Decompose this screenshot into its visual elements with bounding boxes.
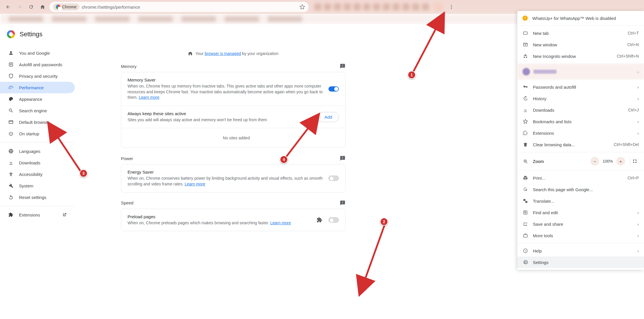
chevron-right-icon: ›	[637, 248, 639, 253]
zoom-in-button[interactable]: +	[616, 157, 625, 166]
chevron-right-icon: ›	[637, 222, 639, 227]
sidebar-item-on-startup[interactable]: On startup	[0, 128, 75, 139]
download-icon	[523, 107, 528, 113]
sidebar-item-search-engine[interactable]: Search engine	[0, 105, 75, 116]
energy-saver-toggle[interactable]	[328, 176, 339, 181]
sidebar-item-you-and-google[interactable]: You and Google	[0, 47, 75, 59]
puzzle-icon	[316, 217, 323, 223]
menu-more-tools[interactable]: More tools›	[517, 230, 644, 241]
svg-point-2	[451, 8, 452, 9]
forward-button[interactable]	[15, 2, 24, 12]
browser-icon	[8, 119, 14, 125]
sidebar-item-label: Accessibility	[19, 172, 43, 177]
menu-downloads[interactable]: DownloadsCtrl+J	[517, 104, 644, 116]
sidebar-item-reset[interactable]: Reset settings	[0, 191, 75, 203]
chevron-right-icon: ›	[637, 96, 639, 101]
chrome-icon	[56, 5, 60, 9]
menu-settings[interactable]: Settings	[517, 257, 644, 268]
memory-saver-title: Memory Saver	[128, 77, 323, 82]
zoom-out-button[interactable]: −	[590, 157, 599, 166]
managed-link[interactable]: browser is managed	[205, 51, 241, 56]
menu-new-tab[interactable]: New tabCtrl+T	[517, 27, 644, 39]
address-bar[interactable]: Chrome chrome://settings/performance	[50, 2, 309, 12]
sidebar-item-performance[interactable]: Performance	[0, 82, 75, 93]
svg-point-11	[11, 172, 12, 173]
sidebar-item-languages[interactable]: Languages	[0, 145, 75, 157]
sidebar-item-autofill[interactable]: Autofill and passwords	[0, 59, 75, 70]
feedback-icon[interactable]	[340, 200, 345, 206]
sidebar-item-accessibility[interactable]: Accessibility	[0, 168, 75, 180]
preload-toggle[interactable]	[328, 217, 339, 223]
menu-find-edit[interactable]: Find and edit›	[517, 207, 644, 218]
translate-icon	[523, 198, 528, 204]
menu-new-window[interactable]: New windowCtrl+N	[517, 39, 644, 50]
always-active-row: Always keep these sites active Sites you…	[121, 106, 345, 128]
puzzle-icon	[8, 212, 14, 218]
menu-help[interactable]: ?Help›	[517, 245, 644, 257]
sidebar-item-extensions[interactable]: Extensions	[0, 209, 75, 221]
memory-saver-toggle[interactable]	[328, 86, 339, 92]
energy-saver-title: Energy Saver	[128, 170, 323, 174]
svg-rect-12	[523, 32, 527, 35]
chrome-menu: ! WhatsUp+ for WhatsApp™ Web is disabled…	[517, 11, 644, 270]
chrome-menu-button[interactable]	[447, 2, 456, 12]
key-icon	[523, 84, 528, 90]
section-title-speed: Speed	[121, 200, 133, 205]
extensions-area	[314, 3, 429, 10]
menu-search-page[interactable]: Search this page with Google...	[517, 184, 644, 195]
find-icon	[523, 210, 528, 215]
home-button[interactable]	[38, 2, 47, 12]
bookmark-star-icon[interactable]	[299, 4, 305, 10]
sidebar-item-downloads[interactable]: Downloads	[0, 157, 75, 168]
menu-history[interactable]: History›	[517, 93, 644, 104]
sidebar-item-label: Performance	[19, 85, 44, 90]
feedback-icon[interactable]	[340, 63, 345, 69]
sidebar-item-label: Extensions	[19, 212, 40, 217]
profile-avatar[interactable]	[434, 3, 443, 11]
svg-rect-6	[9, 121, 13, 124]
menu-disabled-extension[interactable]: ! WhatsUp+ for WhatsApp™ Web is disabled	[517, 13, 644, 24]
chevron-right-icon: ›	[637, 210, 639, 215]
reload-button[interactable]	[26, 2, 36, 12]
menu-new-incognito[interactable]: New Incognito windowCtrl+Shift+N	[517, 50, 644, 62]
learn-more-link[interactable]: Learn more	[270, 221, 291, 225]
power-card: Energy Saver When on, Chrome conserves b…	[121, 164, 345, 192]
external-link-icon	[62, 212, 67, 217]
sidebar-item-default-browser[interactable]: Default browser	[0, 116, 75, 128]
menu-clear-data[interactable]: Clear browsing data...Ctrl+Shift+Del	[517, 139, 644, 150]
feedback-icon[interactable]	[340, 155, 345, 161]
svg-text:?: ?	[525, 249, 526, 252]
trash-icon	[523, 142, 528, 147]
menu-save-share[interactable]: Save and share›	[517, 218, 644, 230]
globe-icon	[8, 148, 14, 154]
print-icon	[523, 175, 528, 181]
help-icon: ?	[523, 248, 528, 254]
site-chip-label: Chrome	[62, 5, 77, 9]
back-button[interactable]	[3, 2, 13, 12]
menu-passwords[interactable]: Passwords and autofill›	[517, 81, 644, 93]
settings-main: Your browser is managed by your organiza…	[75, 24, 345, 319]
star-icon	[523, 119, 528, 124]
fullscreen-button[interactable]	[630, 157, 639, 166]
palette-icon	[8, 96, 14, 102]
speed-card: Preload pages When on, Chrome preloads p…	[121, 209, 345, 231]
menu-print[interactable]: Print...Ctrl+P	[517, 172, 644, 184]
always-active-title: Always keep these sites active	[128, 111, 312, 116]
site-chip[interactable]: Chrome	[53, 3, 79, 10]
sidebar-item-privacy[interactable]: Privacy and security	[0, 70, 75, 82]
sidebar-item-label: Autofill and passwords	[19, 62, 62, 67]
menu-translate[interactable]: Translate...	[517, 195, 644, 207]
sidebar-item-appearance[interactable]: Appearance	[0, 93, 75, 105]
menu-bookmarks[interactable]: Bookmarks and lists›	[517, 116, 644, 127]
learn-more-link[interactable]: Learn more	[185, 182, 205, 186]
tab-icon	[523, 30, 528, 36]
learn-more-link[interactable]: Learn more	[139, 95, 159, 100]
shield-icon	[8, 73, 14, 79]
person-icon	[8, 50, 14, 56]
sidebar-item-system[interactable]: System	[0, 180, 75, 191]
sidebar-item-label: Search engine	[19, 108, 47, 113]
menu-extensions[interactable]: Extensions›	[517, 127, 644, 139]
menu-profile-row[interactable]: ›	[517, 64, 644, 79]
download-icon	[8, 160, 14, 166]
add-site-button[interactable]: Add	[318, 112, 339, 122]
